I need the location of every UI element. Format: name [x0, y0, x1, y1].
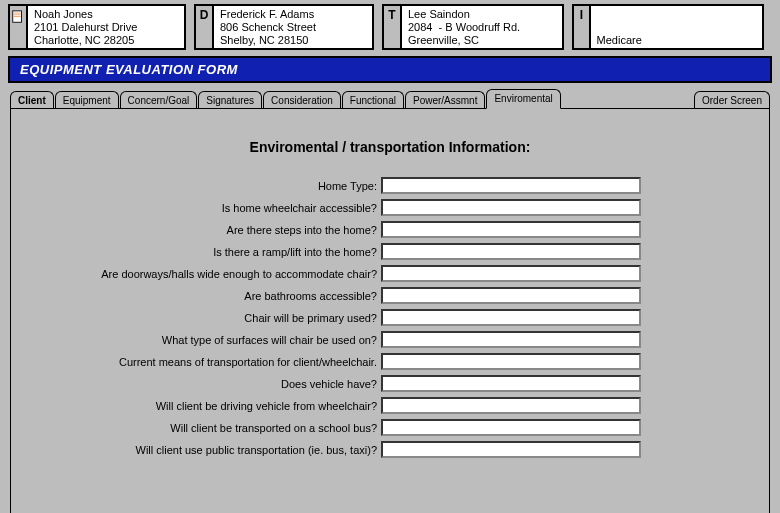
form-row: Will client be driving vehicle from whee… — [71, 397, 709, 414]
field-label: Are doorways/halls wide enough to accomm… — [71, 268, 381, 280]
tab-consideration[interactable]: Consideration — [263, 91, 341, 109]
header-info-bar: Noah Jones 2101 Dalehurst Drive Charlott… — [0, 0, 780, 56]
section-title: Enviromental / transportation Informatio… — [71, 139, 709, 155]
field-label: What type of surfaces will chair be used… — [71, 334, 381, 346]
doctor-tag: D — [196, 6, 214, 48]
patient-addr1: 2101 Dalehurst Drive — [34, 21, 137, 33]
doctor-name: Frederick F. Adams — [220, 8, 314, 20]
field-label: Are there steps into the home? — [71, 224, 381, 236]
therapist-name: Lee Saindon — [408, 8, 470, 20]
patient-addr2: Charlotte, NC 28205 — [34, 34, 134, 46]
form-row: Is there a ramp/lift into the home? — [71, 243, 709, 260]
form-row: Current means of transportation for clie… — [71, 353, 709, 370]
svg-rect-2 — [14, 14, 21, 15]
field-input[interactable] — [381, 199, 641, 216]
field-input[interactable] — [381, 441, 641, 458]
form-row: Will client be transported on a school b… — [71, 419, 709, 436]
field-label: Are bathrooms accessible? — [71, 290, 381, 302]
form-fields: Home Type:Is home wheelchair accessible?… — [71, 177, 709, 458]
form-row: Are bathrooms accessible? — [71, 287, 709, 304]
form-row: Does vehicle have? — [71, 375, 709, 392]
insurer-tag: I — [574, 6, 591, 48]
insurer-primary: Medicare — [591, 32, 762, 47]
therapist-addr2: Greenville, SC — [408, 34, 479, 46]
field-label: Current means of transportation for clie… — [71, 356, 381, 368]
field-label: Is there a ramp/lift into the home? — [71, 246, 381, 258]
tab-concern-goal[interactable]: Concern/Goal — [120, 91, 198, 109]
insurer-info-content: Medicare Secondary Insurer Here. Tertiar… — [591, 6, 762, 48]
tab-client[interactable]: Client — [10, 91, 54, 109]
field-label: Will client be transported on a school b… — [71, 422, 381, 434]
field-input[interactable] — [381, 287, 641, 304]
form-row: What type of surfaces will chair be used… — [71, 331, 709, 348]
doctor-info-content: Frederick F. Adams 806 Schenck Street Sh… — [214, 6, 322, 48]
patient-info-content: Noah Jones 2101 Dalehurst Drive Charlott… — [28, 6, 143, 48]
main-panel: Enviromental / transportation Informatio… — [10, 108, 770, 513]
patient-icon — [10, 6, 28, 48]
field-input[interactable] — [381, 309, 641, 326]
field-label: Chair will be primary used? — [71, 312, 381, 324]
form-row: Will client use public transportation (i… — [71, 441, 709, 458]
field-input[interactable] — [381, 243, 641, 260]
doctor-addr1: 806 Schenck Street — [220, 21, 316, 33]
therapist-tag: T — [384, 6, 402, 48]
tab-power-assmnt[interactable]: Power/Assmnt — [405, 91, 485, 109]
field-input[interactable] — [381, 331, 641, 348]
field-label: Will client be driving vehicle from whee… — [71, 400, 381, 412]
form-row: Is home wheelchair accessible? — [71, 199, 709, 216]
field-label: Will client use public transportation (i… — [71, 444, 381, 456]
tab-row: Client Equipment Concern/Goal Signatures… — [0, 87, 780, 108]
tab-equipment[interactable]: Equipment — [55, 91, 119, 109]
therapist-info-box[interactable]: T Lee Saindon 2084 - B Woodruff Rd. Gree… — [382, 4, 564, 50]
field-input[interactable] — [381, 221, 641, 238]
svg-rect-1 — [14, 13, 21, 14]
patient-info-box[interactable]: Noah Jones 2101 Dalehurst Drive Charlott… — [8, 4, 186, 50]
therapist-addr1: 2084 - B Woodruff Rd. — [408, 21, 520, 33]
tab-signatures[interactable]: Signatures — [198, 91, 262, 109]
field-input[interactable] — [381, 265, 641, 282]
field-label: Home Type: — [71, 180, 381, 192]
svg-rect-3 — [14, 16, 21, 17]
form-row: Chair will be primary used? — [71, 309, 709, 326]
insurer-info-box[interactable]: I Medicare Secondary Insurer Here. Terti… — [572, 4, 764, 50]
field-input[interactable] — [381, 353, 641, 370]
form-row: Are doorways/halls wide enough to accomm… — [71, 265, 709, 282]
doctor-info-box[interactable]: D Frederick F. Adams 806 Schenck Street … — [194, 4, 374, 50]
field-label: Is home wheelchair accessible? — [71, 202, 381, 214]
tab-enviromental[interactable]: Enviromental — [486, 89, 560, 109]
tab-order-screen[interactable]: Order Screen — [694, 91, 770, 109]
patient-name: Noah Jones — [34, 8, 93, 20]
tab-functional[interactable]: Functional — [342, 91, 404, 109]
doctor-addr2: Shelby, NC 28150 — [220, 34, 308, 46]
field-input[interactable] — [381, 397, 641, 414]
form-row: Are there steps into the home? — [71, 221, 709, 238]
field-input[interactable] — [381, 419, 641, 436]
form-row: Home Type: — [71, 177, 709, 194]
therapist-info-content: Lee Saindon 2084 - B Woodruff Rd. Greenv… — [402, 6, 526, 48]
form-title-bar: EQUIPMENT EVALUATION FORM — [8, 56, 772, 83]
field-input[interactable] — [381, 177, 641, 194]
field-label: Does vehicle have? — [71, 378, 381, 390]
field-input[interactable] — [381, 375, 641, 392]
